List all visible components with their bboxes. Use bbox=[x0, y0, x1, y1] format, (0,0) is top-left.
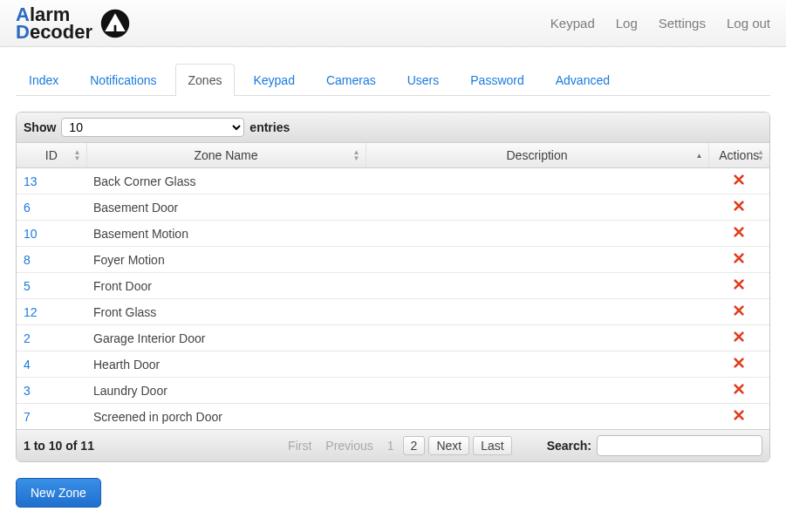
tab-keypad[interactable]: Keypad bbox=[240, 64, 307, 96]
zone-name-cell: Screened in porch Door bbox=[86, 404, 366, 430]
zone-id-link[interactable]: 8 bbox=[24, 253, 31, 267]
search-label: Search: bbox=[547, 439, 591, 453]
zone-id-link[interactable]: 6 bbox=[24, 201, 31, 215]
zone-id-link[interactable]: 5 bbox=[24, 279, 31, 293]
sort-icon: ▲▼ bbox=[74, 149, 81, 161]
column-header-zone-name[interactable]: Zone Name ▲▼ bbox=[86, 143, 366, 168]
logo-text: Alarm Decoder bbox=[16, 6, 92, 41]
pager-page-2[interactable]: 2 bbox=[403, 436, 426, 455]
nav-logout[interactable]: Log out bbox=[727, 16, 770, 31]
sort-asc-icon: ▲ bbox=[696, 152, 703, 160]
zone-id-cell: 8 bbox=[17, 247, 86, 273]
table-row: 8Foyer Motion bbox=[17, 247, 769, 273]
entries-label: entries bbox=[249, 120, 290, 134]
table-row: 5Front Door bbox=[17, 273, 769, 299]
zone-description-cell bbox=[366, 194, 708, 221]
zone-id-cell: 12 bbox=[17, 299, 86, 325]
zone-name-cell: Front Glass bbox=[86, 299, 366, 325]
zone-id-link[interactable]: 10 bbox=[24, 227, 38, 241]
table-row: 12Front Glass bbox=[17, 299, 769, 325]
new-zone-button[interactable]: New Zone bbox=[16, 478, 101, 508]
zone-actions-cell bbox=[708, 404, 769, 430]
delete-icon[interactable] bbox=[733, 384, 745, 398]
zone-name-cell: Garage Interior Door bbox=[86, 325, 366, 351]
zone-description-cell bbox=[366, 325, 708, 351]
zone-description-cell bbox=[366, 221, 708, 247]
zone-name-cell: Back Corner Glass bbox=[86, 168, 366, 194]
nav-keypad[interactable]: Keypad bbox=[550, 16, 595, 31]
zone-id-link[interactable]: 3 bbox=[24, 384, 31, 398]
zone-id-cell: 5 bbox=[17, 273, 86, 299]
pager-last[interactable]: Last bbox=[473, 436, 511, 455]
table-row: 6Basement Door bbox=[17, 194, 769, 221]
zone-id-link[interactable]: 12 bbox=[24, 305, 38, 319]
table-length-control: Show 10 entries bbox=[17, 113, 769, 143]
zone-id-cell: 2 bbox=[17, 325, 86, 351]
tab-users[interactable]: Users bbox=[394, 64, 453, 96]
zone-id-cell: 10 bbox=[17, 221, 86, 247]
zone-name-cell: Foyer Motion bbox=[86, 247, 366, 273]
nav-log[interactable]: Log bbox=[616, 16, 638, 31]
zone-actions-cell bbox=[708, 168, 769, 194]
table-row: 7Screened in porch Door bbox=[17, 404, 769, 430]
sort-icon: ▲▼ bbox=[353, 149, 360, 161]
table-row: 13Back Corner Glass bbox=[17, 168, 769, 194]
table-search: Search: bbox=[547, 435, 762, 456]
pager-page-1[interactable]: 1 bbox=[382, 437, 400, 454]
logo-icon bbox=[99, 8, 131, 39]
tab-index[interactable]: Index bbox=[16, 64, 72, 96]
column-header-actions[interactable]: Actions ▲▼ bbox=[708, 143, 769, 168]
zone-id-link[interactable]: 13 bbox=[24, 174, 38, 188]
zone-name-cell: Laundry Door bbox=[86, 378, 366, 404]
column-header-id[interactable]: ID ▲▼ bbox=[17, 143, 86, 168]
search-input[interactable] bbox=[597, 435, 762, 456]
zone-actions-cell bbox=[708, 378, 769, 404]
zone-name-cell: Basement Motion bbox=[86, 221, 366, 247]
zone-actions-cell bbox=[708, 194, 769, 221]
nav-settings[interactable]: Settings bbox=[659, 16, 706, 31]
zone-actions-cell bbox=[708, 221, 769, 247]
delete-icon[interactable] bbox=[733, 201, 745, 215]
delete-icon[interactable] bbox=[733, 410, 745, 424]
zone-actions-cell bbox=[708, 351, 769, 378]
page-length-select[interactable]: 10 bbox=[61, 118, 244, 137]
delete-icon[interactable] bbox=[733, 174, 745, 188]
zone-description-cell bbox=[366, 404, 708, 430]
main-content: Index Notifications Zones Keypad Cameras… bbox=[0, 47, 786, 529]
delete-icon[interactable] bbox=[733, 305, 745, 319]
zone-id-cell: 3 bbox=[17, 378, 86, 404]
header-nav: Keypad Log Settings Log out bbox=[550, 16, 770, 31]
pager-next[interactable]: Next bbox=[428, 436, 469, 455]
delete-icon[interactable] bbox=[733, 358, 745, 372]
zone-id-link[interactable]: 2 bbox=[24, 331, 31, 345]
column-header-description[interactable]: Description ▲ bbox=[366, 143, 708, 168]
zone-name-cell: Hearth Door bbox=[86, 351, 366, 378]
zones-table-wrapper: Show 10 entries ID ▲▼ Zone Name ▲▼ bbox=[16, 112, 770, 462]
tab-zones[interactable]: Zones bbox=[175, 64, 236, 96]
zone-description-cell bbox=[366, 273, 708, 299]
show-label: Show bbox=[24, 120, 56, 134]
settings-tabs: Index Notifications Zones Keypad Cameras… bbox=[16, 63, 770, 96]
zone-name-cell: Basement Door bbox=[86, 194, 366, 221]
zone-id-link[interactable]: 4 bbox=[24, 358, 31, 372]
delete-icon[interactable] bbox=[733, 331, 745, 345]
tab-password[interactable]: Password bbox=[457, 64, 537, 96]
tab-cameras[interactable]: Cameras bbox=[313, 64, 389, 96]
zone-id-cell: 6 bbox=[17, 194, 86, 221]
delete-icon[interactable] bbox=[733, 227, 745, 241]
zone-description-cell bbox=[366, 299, 708, 325]
table-row: 2Garage Interior Door bbox=[17, 325, 769, 351]
zone-id-link[interactable]: 7 bbox=[24, 410, 31, 424]
zone-name-cell: Front Door bbox=[86, 273, 366, 299]
table-row: 4Hearth Door bbox=[17, 351, 769, 378]
delete-icon[interactable] bbox=[733, 279, 745, 293]
pager-first[interactable]: First bbox=[283, 437, 317, 454]
delete-icon[interactable] bbox=[733, 253, 745, 267]
pager-previous[interactable]: Previous bbox=[320, 437, 378, 454]
zone-description-cell bbox=[366, 351, 708, 378]
tab-advanced[interactable]: Advanced bbox=[543, 64, 623, 96]
sort-icon: ▲▼ bbox=[757, 149, 764, 161]
app-header: Alarm Decoder Keypad Log Settings Log ou… bbox=[0, 0, 786, 47]
logo[interactable]: Alarm Decoder bbox=[16, 6, 131, 41]
tab-notifications[interactable]: Notifications bbox=[77, 64, 169, 96]
